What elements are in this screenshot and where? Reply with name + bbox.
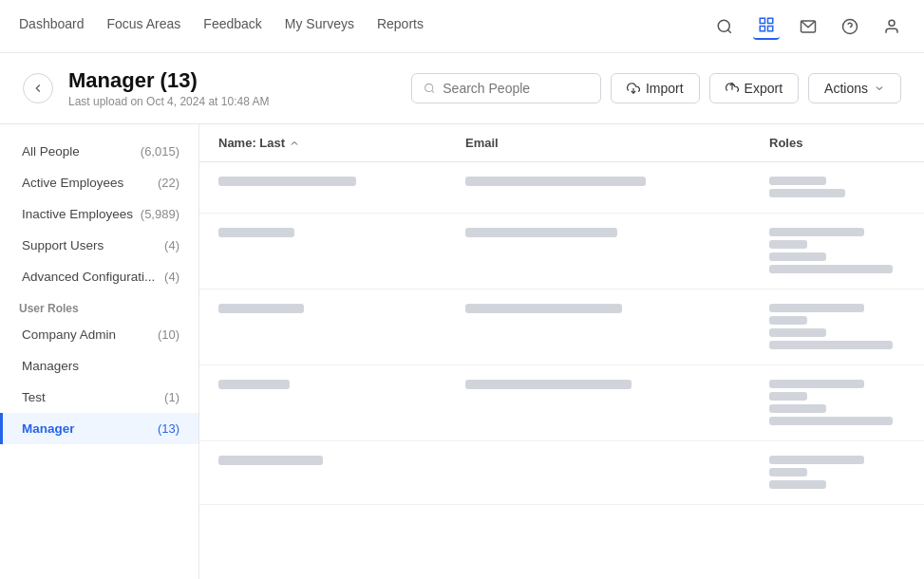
- nav-reports[interactable]: Reports: [377, 16, 424, 37]
- cell-name: [199, 441, 446, 505]
- export-label: Export: [745, 81, 783, 96]
- export-button[interactable]: Export: [709, 73, 799, 103]
- actions-button[interactable]: Actions: [808, 73, 901, 103]
- cell-name: [199, 214, 446, 290]
- sidebar-all-people-label: All People: [22, 144, 80, 159]
- page-header-right: Import Export Actions: [411, 73, 901, 103]
- sidebar-test-label: Test: [22, 390, 46, 404]
- svg-rect-5: [768, 26, 773, 30]
- cell-roles: [750, 214, 924, 290]
- search-input[interactable]: [443, 81, 589, 96]
- search-icon[interactable]: [711, 13, 738, 40]
- table-header-row: Name: Last Email Roles: [199, 124, 924, 162]
- help-icon[interactable]: [837, 13, 863, 40]
- cell-email: [446, 214, 750, 290]
- export-icon: [726, 82, 739, 95]
- cell-roles: [750, 162, 924, 214]
- mail-icon[interactable]: [795, 13, 821, 40]
- nav-links: Dashboard Focus Areas Feedback My Survey…: [19, 16, 424, 37]
- actions-label: Actions: [824, 81, 868, 96]
- nav-feedback[interactable]: Feedback: [203, 16, 261, 37]
- page-header-left: Manager (13) Last upload on Oct 4, 2024 …: [23, 68, 269, 108]
- sidebar-test-count: (1): [164, 390, 179, 404]
- people-table: Name: Last Email Roles: [199, 124, 924, 505]
- page-title: Manager (13): [68, 68, 269, 93]
- svg-point-0: [718, 20, 729, 31]
- search-icon: [424, 82, 435, 95]
- table-area: Name: Last Email Roles: [199, 124, 924, 579]
- page-subtitle: Last upload on Oct 4, 2024 at 10:48 AM: [68, 95, 269, 108]
- sidebar-active-employees-count: (22): [158, 176, 179, 190]
- col-roles: Roles: [750, 124, 924, 162]
- user-avatar[interactable]: [878, 13, 905, 40]
- cell-roles: [750, 365, 924, 441]
- table-row: [199, 162, 924, 214]
- sidebar-managers-label: Managers: [22, 359, 79, 373]
- sidebar-item-advanced-config[interactable]: Advanced Configurati... (4): [0, 261, 198, 292]
- nav-focus-areas[interactable]: Focus Areas: [107, 16, 181, 37]
- sidebar-inactive-employees-label: Inactive Employees: [22, 207, 133, 221]
- cell-roles: [750, 290, 924, 365]
- cell-email: [446, 441, 750, 505]
- cell-name: [199, 162, 446, 214]
- sidebar-item-inactive-employees[interactable]: Inactive Employees (5,989): [0, 198, 198, 230]
- sidebar-item-test[interactable]: Test (1): [0, 382, 198, 413]
- col-name[interactable]: Name: Last: [199, 124, 446, 162]
- sidebar-company-admin-label: Company Admin: [22, 327, 116, 342]
- table-row: [199, 441, 924, 505]
- sidebar-support-users-label: Support Users: [22, 238, 104, 252]
- import-icon: [627, 82, 640, 95]
- sidebar-manager-label: Manager: [22, 421, 75, 436]
- sidebar-support-users-count: (4): [164, 238, 179, 252]
- svg-line-11: [431, 90, 433, 92]
- sidebar-item-company-admin[interactable]: Company Admin (10): [0, 319, 198, 350]
- sidebar-all-people-count: (6,015): [141, 144, 179, 159]
- sidebar-company-admin-count: (10): [158, 327, 179, 342]
- col-email: Email: [446, 124, 750, 162]
- chevron-down-icon: [874, 83, 885, 94]
- cell-email: [446, 162, 750, 214]
- cell-email: [446, 290, 750, 365]
- cell-email: [446, 365, 750, 441]
- cell-name: [199, 365, 446, 441]
- sidebar-item-managers[interactable]: Managers: [0, 350, 198, 382]
- sidebar: All People (6,015) Active Employees (22)…: [0, 124, 199, 579]
- sidebar-item-active-employees[interactable]: Active Employees (22): [0, 167, 198, 198]
- cell-name: [199, 290, 446, 365]
- nav-dashboard[interactable]: Dashboard: [19, 16, 85, 37]
- table-row: [199, 365, 924, 441]
- sidebar-item-manager[interactable]: Manager (13): [0, 413, 198, 444]
- import-label: Import: [646, 81, 684, 96]
- sidebar-advanced-config-count: (4): [164, 270, 179, 284]
- sidebar-item-support-users[interactable]: Support Users (4): [0, 230, 198, 261]
- svg-line-1: [727, 29, 730, 32]
- svg-rect-4: [760, 26, 764, 30]
- back-button[interactable]: [23, 73, 53, 103]
- sidebar-manager-count: (13): [158, 421, 179, 436]
- table-row: [199, 214, 924, 290]
- search-box[interactable]: [411, 73, 601, 103]
- svg-point-9: [889, 20, 895, 26]
- cell-roles: [750, 441, 924, 505]
- nav-my-surveys[interactable]: My Surveys: [285, 16, 354, 37]
- main-layout: All People (6,015) Active Employees (22)…: [0, 124, 924, 579]
- page-title-group: Manager (13) Last upload on Oct 4, 2024 …: [68, 68, 269, 108]
- sidebar-item-all-people[interactable]: All People (6,015): [0, 136, 198, 167]
- svg-rect-3: [768, 18, 773, 23]
- page-header: Manager (13) Last upload on Oct 4, 2024 …: [0, 53, 924, 124]
- table-row: [199, 290, 924, 365]
- sidebar-user-roles-section: User Roles: [0, 292, 198, 319]
- top-navigation: Dashboard Focus Areas Feedback My Survey…: [0, 0, 924, 53]
- sidebar-inactive-employees-count: (5,989): [141, 207, 179, 221]
- svg-rect-2: [760, 18, 764, 23]
- sort-asc-icon: [289, 138, 300, 149]
- svg-point-10: [424, 84, 432, 91]
- nav-icons: [711, 13, 905, 40]
- import-button[interactable]: Import: [611, 73, 700, 103]
- grid-icon[interactable]: [753, 13, 780, 40]
- sidebar-active-employees-label: Active Employees: [22, 176, 123, 190]
- sidebar-advanced-config-label: Advanced Configurati...: [22, 270, 155, 284]
